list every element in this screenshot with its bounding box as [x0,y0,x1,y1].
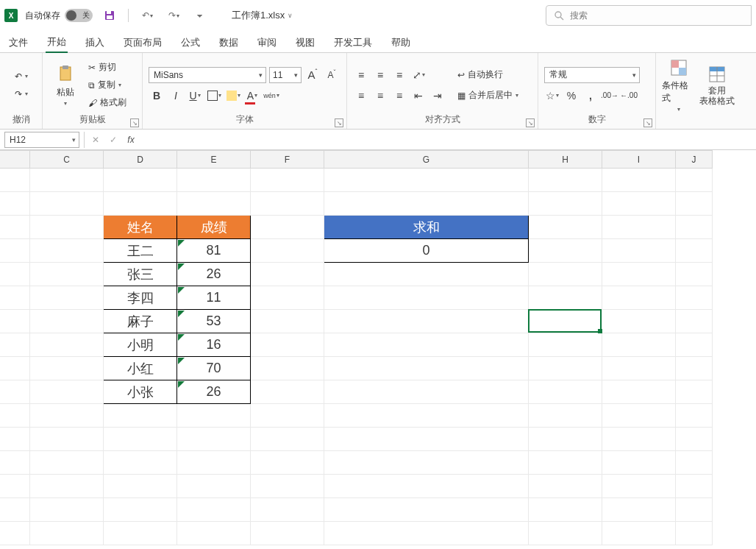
cell-G8[interactable]: 求和 [324,216,529,239]
cell-B7[interactable] [0,192,30,216]
cell-H12[interactable] [529,310,602,333]
cell-H21[interactable] [529,522,602,545]
cell-G19[interactable] [324,475,529,498]
cell-F12[interactable] [251,310,324,333]
increase-indent-button[interactable]: ⇥ [429,88,446,104]
cell-J17[interactable] [676,428,713,451]
format-as-table-button[interactable]: 套用 表格格式 [700,64,734,105]
cell-D12[interactable]: 麻子 [104,310,177,333]
cell-D14[interactable]: 小红 [104,357,177,380]
align-right-button[interactable]: ≡ [391,88,407,104]
cell-D6[interactable] [104,169,177,192]
tab-insert[interactable]: 插入 [84,32,106,52]
cell-D11[interactable]: 李四 [104,286,177,310]
cell-J11[interactable] [676,286,713,310]
cell-I15[interactable] [602,380,676,404]
cell-C18[interactable] [30,451,104,475]
worksheet[interactable]: CDEFGHIJ 678姓名成绩求和9王二81010张三2611李四1112麻子… [0,150,756,545]
align-top-button[interactable]: ≡ [353,67,369,83]
cell-H8[interactable] [529,216,602,239]
cell-G16[interactable] [324,404,529,428]
cell-B21[interactable] [0,522,30,545]
cell-G15[interactable] [324,380,529,404]
tab-help[interactable]: 帮助 [390,32,412,52]
wrap-text-button[interactable]: ↩ 自动换行 [456,67,520,83]
cell-H19[interactable] [529,475,602,498]
cell-C10[interactable] [30,263,104,286]
cell-C13[interactable] [30,333,104,357]
cell-H14[interactable] [529,357,602,380]
cell-B6[interactable] [0,169,30,192]
cell-I12[interactable] [602,310,676,333]
cell-G17[interactable] [324,428,529,451]
cell-H16[interactable] [529,404,602,428]
cell-B19[interactable] [0,475,30,498]
cell-H18[interactable] [529,451,602,475]
cell-E21[interactable] [177,522,251,545]
cell-J9[interactable] [676,239,713,263]
cell-G11[interactable] [324,286,529,310]
column-header-J[interactable]: J [676,151,713,169]
cell-F21[interactable] [251,522,324,545]
cell-J20[interactable] [676,498,713,522]
cell-I21[interactable] [602,522,676,545]
cell-B11[interactable] [0,286,30,310]
cell-B20[interactable] [0,498,30,522]
insert-function-button[interactable]: fx [123,132,139,148]
cell-F20[interactable] [251,498,324,522]
cell-H13[interactable] [529,333,602,357]
cell-F19[interactable] [251,475,324,498]
cell-F18[interactable] [251,451,324,475]
shrink-font-button[interactable]: Aˇ [324,67,340,83]
cell-I6[interactable] [602,169,676,192]
cell-J12[interactable] [676,310,713,333]
cell-D9[interactable]: 王二 [104,239,177,263]
cell-H7[interactable] [529,192,602,216]
column-header-I[interactable]: I [602,151,676,169]
cell-C20[interactable] [30,498,104,522]
font-color-button[interactable]: A▾ [244,88,260,104]
cell-C21[interactable] [30,522,104,545]
cell-C8[interactable] [30,216,104,239]
formula-input[interactable] [142,132,756,148]
cell-I20[interactable] [602,498,676,522]
cell-F6[interactable] [251,169,324,192]
cell-F9[interactable] [251,239,324,263]
cell-B10[interactable] [0,263,30,286]
cell-F14[interactable] [251,357,324,380]
border-button[interactable]: ▾ [206,88,222,104]
cell-E10[interactable]: 26 [177,263,251,286]
cell-C17[interactable] [30,428,104,451]
cell-D18[interactable] [104,451,177,475]
cell-E12[interactable]: 53 [177,310,251,333]
cell-D8[interactable]: 姓名 [104,216,177,239]
font-size-select[interactable]: 11 [269,67,302,83]
cell-I8[interactable] [602,216,676,239]
cell-E15[interactable]: 26 [177,380,251,404]
merge-center-button[interactable]: ▦ 合并后居中▾ [456,88,520,104]
redo-menu[interactable]: ↷ ▾ [13,86,29,102]
cell-D13[interactable]: 小明 [104,333,177,357]
percent-format-button[interactable]: % [563,88,580,104]
cell-J10[interactable] [676,263,713,286]
cell-G21[interactable] [324,522,529,545]
cell-E18[interactable] [177,451,251,475]
cell-C12[interactable] [30,310,104,333]
cell-E20[interactable] [177,498,251,522]
font-launcher[interactable]: ↘ [335,118,343,127]
cell-B12[interactable] [0,310,30,333]
undo-menu[interactable]: ↶ ▾ [13,68,29,85]
column-header-B[interactable] [0,151,30,169]
cell-H11[interactable] [529,286,602,310]
cell-D17[interactable] [104,428,177,451]
tab-page-layout[interactable]: 页面布局 [122,32,163,52]
cell-B16[interactable] [0,404,30,428]
conditional-formatting-button[interactable]: 条件格式▾ [662,57,696,113]
increase-decimal-button[interactable]: .00→ [602,88,618,104]
cell-E16[interactable] [177,404,251,428]
cell-F7[interactable] [251,192,324,216]
cell-I11[interactable] [602,286,676,310]
cell-G13[interactable] [324,333,529,357]
tab-data[interactable]: 数据 [218,32,240,52]
cell-H17[interactable] [529,428,602,451]
